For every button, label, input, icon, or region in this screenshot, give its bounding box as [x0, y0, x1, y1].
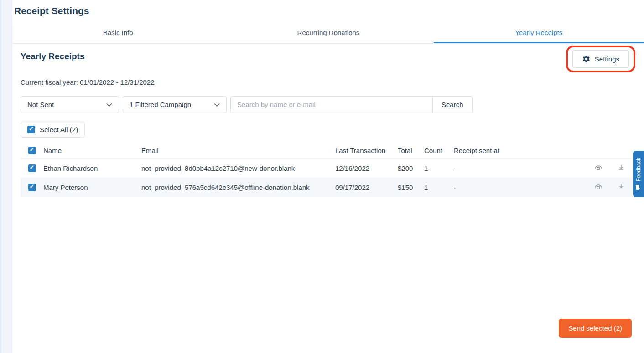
cell-total: $200 [398, 164, 424, 172]
page-title: Receipt Settings [13, 0, 644, 23]
cell-name: Mary Peterson [43, 184, 141, 191]
column-header-name: Name [43, 147, 141, 154]
status-filter-value: Not Sent [27, 101, 54, 108]
select-all-checkbox[interactable] [27, 126, 35, 133]
download-icon [617, 164, 625, 173]
settings-button[interactable]: Settings [572, 50, 629, 68]
column-header-total: Total [398, 147, 424, 154]
table-row: Mary Peterson not_provided_576a5cd642e34… [21, 178, 633, 197]
cell-email: not_provided_8d0bb4a12c2710@new-donor.bl… [141, 164, 335, 172]
settings-annotation-highlight: Settings [566, 46, 635, 72]
tab-yearly-receipts[interactable]: Yearly Receipts [434, 23, 644, 43]
download-receipt-button[interactable] [610, 183, 633, 192]
campaign-filter-dropdown[interactable]: 1 Filtered Campaign [123, 96, 227, 113]
settings-button-label: Settings [595, 55, 619, 63]
campaign-filter-value: 1 Filtered Campaign [130, 101, 191, 108]
section-title: Yearly Receipts [21, 45, 84, 61]
yearly-receipts-panel: Yearly Receipts Settings Current fiscal … [13, 45, 644, 334]
search-button[interactable]: Search [433, 96, 473, 113]
chevron-down-icon [214, 101, 220, 108]
table-body: Ethan Richardson not_provided_8d0bb4a12c… [21, 159, 633, 197]
select-all-button[interactable]: Select All (2) [21, 122, 85, 138]
column-header-count: Count [424, 147, 454, 154]
column-header-email: Email [141, 147, 335, 154]
cell-email: not_provided_576a5cd642e345@offline-dona… [141, 184, 335, 191]
gear-icon [582, 55, 591, 63]
cell-last-transaction: 09/17/2022 [335, 184, 398, 191]
cell-count: 1 [424, 164, 454, 172]
download-icon [617, 183, 625, 192]
fiscal-year-text: Current fiscal year: 01/01/2022 - 12/31/… [21, 78, 633, 86]
feedback-tab[interactable]: Feedback [633, 151, 644, 197]
feedback-tab-label: Feedback [635, 158, 642, 182]
download-receipt-button[interactable] [610, 164, 633, 173]
row-checkbox[interactable] [28, 184, 36, 191]
left-edge-strip [0, 0, 12, 353]
receipt-settings-page: Receipt Settings Basic Info Recurring Do… [13, 0, 644, 353]
cell-total: $150 [398, 184, 424, 191]
header-checkbox[interactable] [28, 147, 36, 154]
search-input[interactable] [230, 96, 433, 113]
eye-icon [593, 183, 603, 192]
cell-last-transaction: 12/16/2022 [335, 164, 398, 172]
cell-name: Ethan Richardson [43, 164, 141, 172]
tab-basic-info[interactable]: Basic Info [13, 23, 223, 43]
table-row: Ethan Richardson not_provided_8d0bb4a12c… [21, 159, 633, 178]
cell-count: 1 [424, 184, 454, 191]
column-header-receipt-sent-at: Receipt sent at [454, 147, 587, 154]
status-filter-dropdown[interactable]: Not Sent [21, 96, 119, 113]
preview-receipt-button[interactable] [587, 183, 610, 192]
tab-bar: Basic Info Recurring Donations Yearly Re… [13, 23, 644, 44]
cell-receipt-sent-at: - [454, 184, 587, 191]
send-selected-button[interactable]: Send selected (2) [559, 319, 632, 338]
eye-icon [593, 164, 603, 173]
cell-receipt-sent-at: - [454, 164, 587, 172]
preview-receipt-button[interactable] [587, 164, 610, 173]
chevron-down-icon [106, 101, 112, 108]
megaphone-icon [635, 184, 642, 190]
select-all-label: Select All (2) [40, 126, 78, 133]
tab-recurring-donations[interactable]: Recurring Donations [223, 23, 433, 43]
column-header-last-transaction: Last Transaction [335, 147, 398, 154]
table-header: Name Email Last Transaction Total Count … [21, 143, 633, 159]
row-checkbox[interactable] [28, 164, 36, 172]
